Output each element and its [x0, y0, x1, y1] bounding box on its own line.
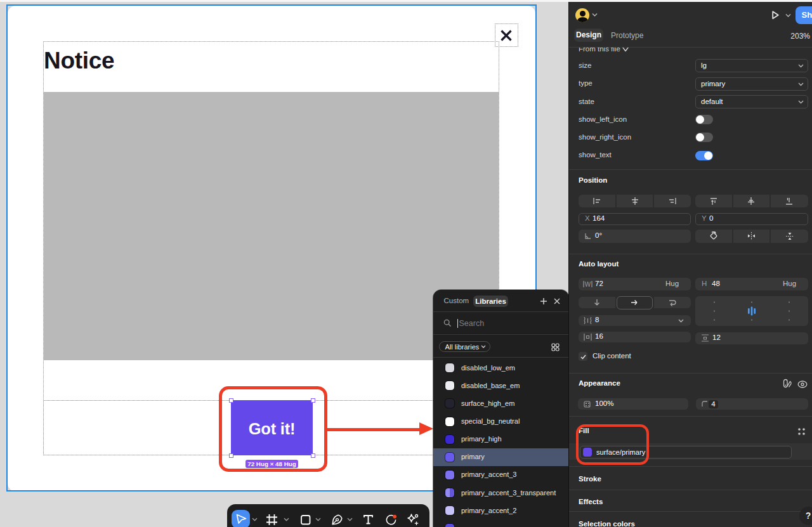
svg-text:W: W — [585, 281, 591, 288]
